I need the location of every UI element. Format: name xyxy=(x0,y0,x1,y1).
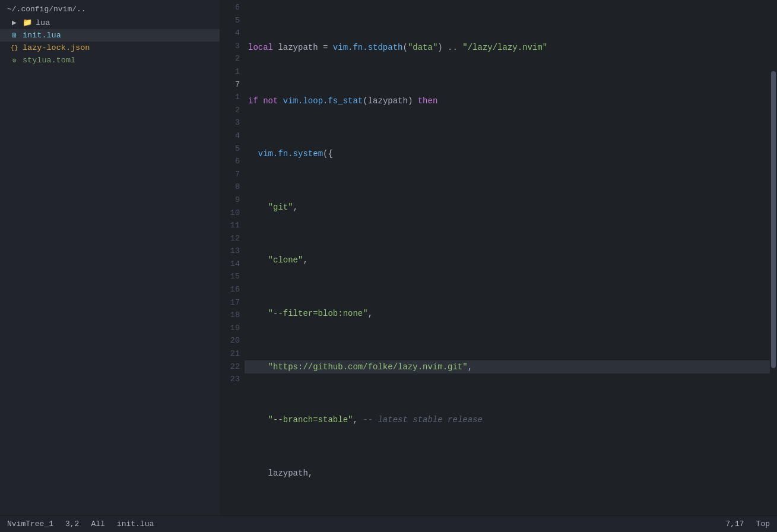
code-line-1: local lazypath = vim.fn.stdpath("data") … xyxy=(245,41,770,54)
status-scope: All xyxy=(91,520,104,528)
ln-18: 18 xyxy=(220,309,240,322)
code-line-5: "clone", xyxy=(245,254,770,267)
scrollbar-thumb[interactable] xyxy=(771,71,776,368)
ln-1: 1 xyxy=(220,65,240,78)
status-location: 7,17 xyxy=(725,520,744,528)
ln-12: 12 xyxy=(220,232,240,245)
file-json-icon: {} xyxy=(9,45,19,52)
code-content[interactable]: local lazypath = vim.fn.stdpath("data") … xyxy=(245,0,770,515)
ln-16: 16 xyxy=(220,283,240,296)
status-filename: init.lua xyxy=(117,520,154,528)
code-line-9: lazypath, xyxy=(245,467,770,480)
sidebar-path: ~/.config/nvim/.. xyxy=(7,5,86,14)
status-top: Top xyxy=(756,520,770,528)
status-position: 3,2 xyxy=(65,520,79,528)
file-lua-icon: 🗎 xyxy=(9,31,19,39)
ln-15: 15 xyxy=(220,270,240,283)
scrollbar[interactable] xyxy=(770,0,777,515)
ln-2: 2 xyxy=(220,52,240,65)
sidebar-item-lua-folder[interactable]: ▶ 📁 lua xyxy=(0,16,220,29)
sidebar-header: ~/.config/nvim/.. xyxy=(0,2,220,16)
sidebar-folder-label: lua xyxy=(36,18,50,27)
status-left: NvimTree_1 3,2 All init.lua xyxy=(7,520,154,528)
code-line-2: if not vim.loop.fs_stat(lazypath) then xyxy=(245,94,770,107)
ln-8: 8 xyxy=(220,180,240,194)
sidebar-file-label-init-lua: init.lua xyxy=(23,31,61,40)
sidebar: ~/.config/nvim/.. ▶ 📁 lua 🗎 init.lua {} … xyxy=(0,0,220,515)
status-right: 7,17 Top xyxy=(725,520,770,528)
ln-3b: 3 xyxy=(220,116,240,129)
ln-6: 6 xyxy=(220,1,240,14)
ln-11: 11 xyxy=(220,219,240,232)
ln-5b: 5 xyxy=(220,142,240,156)
sidebar-file-label-stylua: stylua.toml xyxy=(23,56,75,65)
status-bar: NvimTree_1 3,2 All init.lua 7,17 Top xyxy=(0,515,777,532)
code-area: 6 5 4 3 2 1 7 1 2 3 4 5 6 7 8 9 10 11 12… xyxy=(220,0,777,515)
ln-22: 22 xyxy=(220,360,240,373)
ln-21: 21 xyxy=(220,347,240,360)
ln-6b: 6 xyxy=(220,155,240,168)
code-line-3: vim.fn.system({ xyxy=(245,147,770,160)
ln-10: 10 xyxy=(220,207,240,220)
code-line-6: "--filter=blob:none", xyxy=(245,307,770,320)
chevron-right-icon: ▶ xyxy=(9,18,19,27)
status-mode: NvimTree_1 xyxy=(7,520,53,528)
folder-icon: 📁 xyxy=(23,18,32,27)
ln-4: 4 xyxy=(220,27,240,40)
ln-19: 19 xyxy=(220,322,240,335)
ln-7: 7 xyxy=(220,78,240,91)
ln-17: 17 xyxy=(220,296,240,309)
ln-23: 23 xyxy=(220,373,240,386)
ln-4b: 4 xyxy=(220,129,240,142)
ln-7b: 7 xyxy=(220,168,240,181)
ln-5: 5 xyxy=(220,14,240,27)
main-content: ~/.config/nvim/.. ▶ 📁 lua 🗎 init.lua {} … xyxy=(0,0,777,515)
sidebar-item-stylua[interactable]: ⚙ stylua.toml xyxy=(0,54,220,66)
sidebar-item-lazy-lock[interactable]: {} lazy-lock.json xyxy=(0,42,220,54)
sidebar-file-label-lazy-lock: lazy-lock.json xyxy=(23,43,90,52)
sidebar-item-init-lua[interactable]: 🗎 init.lua xyxy=(0,29,220,42)
file-toml-icon: ⚙ xyxy=(9,56,19,64)
code-line-7: "https://github.com/folke/lazy.nvim.git"… xyxy=(245,360,770,373)
ln-20: 20 xyxy=(220,334,240,347)
ln-1b: 1 xyxy=(220,91,240,104)
ln-13: 13 xyxy=(220,245,240,258)
ln-9: 9 xyxy=(220,194,240,207)
editor: 6 5 4 3 2 1 7 1 2 3 4 5 6 7 8 9 10 11 12… xyxy=(220,0,777,515)
ln-14: 14 xyxy=(220,258,240,271)
ln-2b: 2 xyxy=(220,104,240,117)
line-numbers: 6 5 4 3 2 1 7 1 2 3 4 5 6 7 8 9 10 11 12… xyxy=(220,0,245,515)
code-line-8: "--branch=stable", -- latest stable rele… xyxy=(245,413,770,426)
ln-3: 3 xyxy=(220,40,240,53)
code-line-4: "git", xyxy=(245,201,770,214)
